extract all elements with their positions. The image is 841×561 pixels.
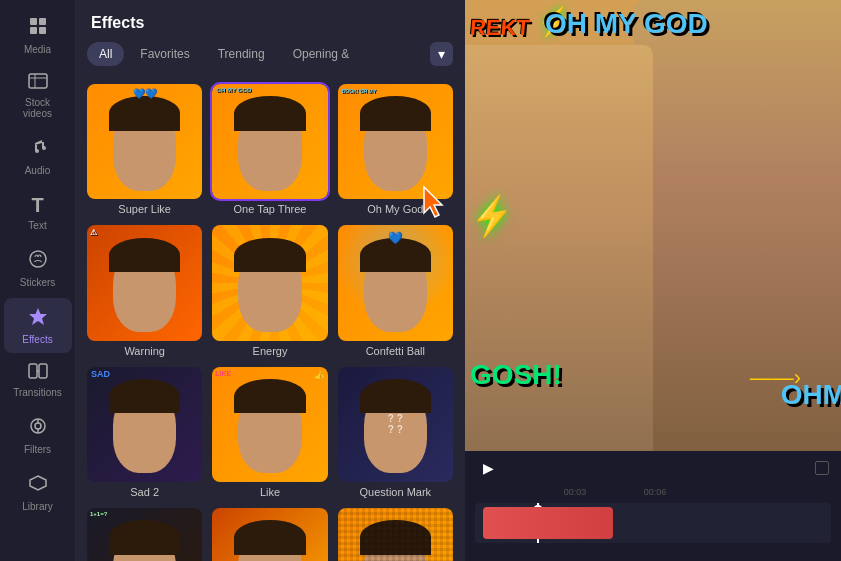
- tab-more-button[interactable]: ▾: [430, 42, 453, 66]
- timeline-track[interactable]: [475, 503, 831, 543]
- play-icon: ▶: [483, 460, 494, 476]
- sidebar-item-label-stock: Stockvideos: [23, 97, 52, 119]
- play-button[interactable]: ▶: [477, 457, 499, 479]
- effect-thumb-pixel-art: [338, 508, 453, 561]
- effect-question-mark[interactable]: ? ?? ? Question Mark: [338, 367, 453, 498]
- effects-panel-title: Effects: [75, 0, 465, 42]
- time-marker-2: 00:06: [615, 487, 695, 497]
- track-clip[interactable]: [483, 507, 613, 539]
- transitions-icon: [28, 363, 48, 384]
- svg-rect-3: [39, 27, 46, 34]
- effect-label-warning: Warning: [124, 345, 165, 357]
- sidebar-item-label-library: Library: [22, 501, 53, 512]
- svg-rect-10: [39, 364, 47, 378]
- qmark-overlay: ? ?? ?: [338, 367, 453, 482]
- sidebar-item-library[interactable]: Library: [4, 465, 72, 520]
- sidebar-item-label-transitions: Transitions: [13, 387, 62, 398]
- effect-confetti-ball[interactable]: 💙 Confetti Ball: [338, 225, 453, 356]
- sidebar-item-label-effects: Effects: [22, 334, 52, 345]
- tab-favorites[interactable]: Favorites: [128, 42, 201, 66]
- effect-thumb-quick-math: 1+1=?: [87, 508, 202, 561]
- sidebar-item-label-filters: Filters: [24, 444, 51, 455]
- effects-grid: 💙💙 Super Like OH MY GOD One Tap Three BO…: [75, 76, 465, 561]
- effect-thumb-confetti-ball: 💙: [338, 225, 453, 340]
- effect-thumb-like: 👍 LIKE: [212, 367, 327, 482]
- effect-like[interactable]: 👍 LIKE Like: [212, 367, 327, 498]
- effect-label-oh-my-god: Oh My God: [367, 203, 423, 215]
- sidebar-item-text[interactable]: T Text: [4, 186, 72, 239]
- effect-label-one-tap-three: One Tap Three: [234, 203, 307, 215]
- ohmygod-overlay: BOOK! OH MY: [342, 88, 376, 94]
- timeline-checkbox[interactable]: [815, 461, 829, 475]
- lightning-icon-2: ⚡: [467, 191, 519, 240]
- effect-thumb-one-tap-three: OH MY GOD: [212, 84, 327, 199]
- sticker-ohmygod: OH MY GOD: [545, 8, 708, 40]
- sidebar-item-transitions[interactable]: Transitions: [4, 355, 72, 406]
- effect-quick-math[interactable]: 1+1=? Quick Math: [87, 508, 202, 561]
- effect-label-like: Like: [260, 486, 280, 498]
- effect-thumb-super-like: 💙💙: [87, 84, 202, 199]
- timeline-ruler: 00:03 00:06: [465, 485, 841, 499]
- effect-energy[interactable]: Energy: [212, 225, 327, 356]
- tab-opening[interactable]: Opening &: [281, 42, 362, 66]
- sidebar-item-audio[interactable]: Audio: [4, 129, 72, 184]
- effect-sad-2[interactable]: SAD Sad 2: [87, 367, 202, 498]
- sidebar-item-label-text: Text: [28, 220, 46, 231]
- tab-all[interactable]: All: [87, 42, 124, 66]
- effect-thumb-oh-my-god: BOOK! OH MY: [338, 84, 453, 199]
- svg-marker-16: [30, 476, 46, 490]
- effect-super-like[interactable]: 💙💙 Super Like: [87, 84, 202, 215]
- sidebar-item-filters[interactable]: Filters: [4, 408, 72, 463]
- effect-label-confetti-ball: Confetti Ball: [366, 345, 425, 357]
- svg-point-13: [35, 423, 41, 429]
- sidebar-item-label-audio: Audio: [25, 165, 51, 176]
- effect-flames-2[interactable]: Flames 2: [212, 508, 327, 561]
- audio-icon: [28, 137, 48, 162]
- tab-trending[interactable]: Trending: [206, 42, 277, 66]
- sidebar: Media Stockvideos Audio T Text: [0, 0, 75, 561]
- effect-label-sad-2: Sad 2: [130, 486, 159, 498]
- timeline-controls: ▶: [465, 451, 841, 485]
- sticker-gosh: GOSH!: [470, 359, 562, 391]
- effect-one-tap-three[interactable]: OH MY GOD One Tap Three: [212, 84, 327, 215]
- video-preview: REKT ⚡ OH MY GOD ⚡ GOSH! ——› OHM: [465, 0, 841, 451]
- effects-tabs: All Favorites Trending Opening & ▾: [75, 42, 465, 76]
- sidebar-item-label-stickers: Stickers: [20, 277, 56, 288]
- effect-thumb-flames-2: [212, 508, 327, 561]
- filters-icon: [28, 416, 48, 441]
- sidebar-item-label-media: Media: [24, 44, 51, 55]
- svg-rect-2: [30, 27, 37, 34]
- sidebar-item-media[interactable]: Media: [4, 8, 72, 63]
- effect-thumb-question-mark: ? ?? ?: [338, 367, 453, 482]
- sidebar-item-stock-videos[interactable]: Stockvideos: [4, 65, 72, 127]
- effect-label-question-mark: Question Mark: [360, 486, 432, 498]
- effects-icon: [28, 306, 48, 331]
- timeline: ▶ 00:03 00:06: [465, 451, 841, 561]
- media-icon: [28, 16, 48, 41]
- sad-overlay: SAD: [91, 369, 110, 379]
- sidebar-item-effects[interactable]: Effects: [4, 298, 72, 353]
- effect-thumb-energy: [212, 225, 327, 340]
- effect-thumb-warning: ⚠: [87, 225, 202, 340]
- stock-videos-icon: [28, 73, 48, 94]
- effect-label-energy: Energy: [253, 345, 288, 357]
- svg-marker-8: [29, 308, 47, 325]
- super-like-overlay: 💙💙: [133, 88, 157, 99]
- sticker-ohm: OHM: [781, 379, 841, 411]
- stickers-icon: [28, 249, 48, 274]
- effect-oh-my-god[interactable]: BOOK! OH MY Oh My God: [338, 84, 453, 215]
- svg-rect-1: [39, 18, 46, 25]
- library-icon: [28, 473, 48, 498]
- svg-rect-0: [30, 18, 37, 25]
- text-icon: T: [31, 194, 43, 217]
- effect-warning[interactable]: ⚠ Warning: [87, 225, 202, 356]
- sticker-rekt: REKT: [469, 15, 531, 41]
- svg-point-7: [30, 251, 46, 267]
- effect-label-super-like: Super Like: [118, 203, 171, 215]
- effect-thumb-sad-2: SAD: [87, 367, 202, 482]
- sidebar-item-stickers[interactable]: Stickers: [4, 241, 72, 296]
- effects-panel: Effects All Favorites Trending Opening &…: [75, 0, 465, 561]
- time-marker-1: 00:03: [535, 487, 615, 497]
- one-tap-overlay: OH MY GOD: [216, 87, 251, 93]
- effect-pixel-art[interactable]: Pixel Art: [338, 508, 453, 561]
